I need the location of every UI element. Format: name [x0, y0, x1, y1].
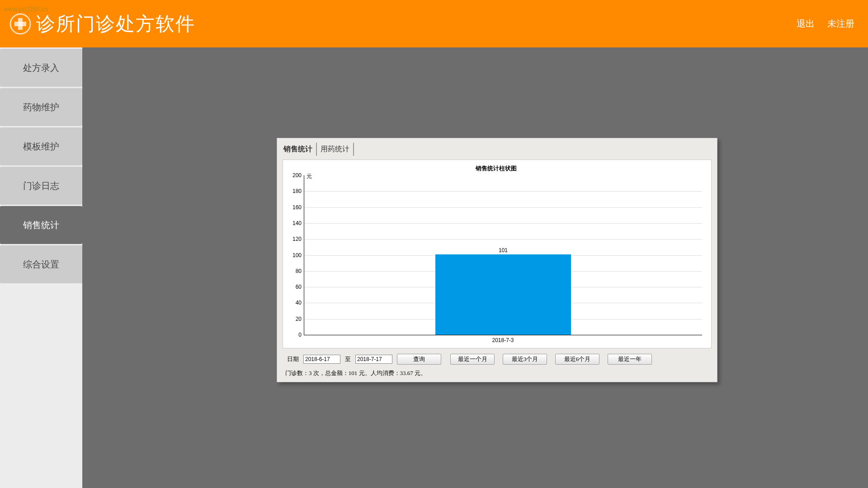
sidebar-item-3[interactable]: 门诊日志: [0, 167, 82, 205]
y-tick-label: 180: [292, 188, 304, 194]
app-title: 诊所门诊处方软件: [36, 11, 195, 37]
bar-value-label: 101: [499, 247, 508, 253]
sidebar-item-1[interactable]: 药物维护: [0, 88, 82, 126]
app-logo-icon: [9, 13, 32, 35]
gridline: [304, 191, 702, 192]
panel-tabs: 销售统计用药统计: [283, 143, 712, 156]
date-from-input[interactable]: [303, 355, 340, 364]
controls-row: 日期 至 查询 最近一个月最近3个月最近6个月最近一年: [283, 348, 712, 367]
header-right: 退出 未注册: [797, 18, 854, 30]
date-separator: 至: [345, 355, 351, 363]
y-tick-label: 200: [292, 172, 304, 178]
y-tick-label: 100: [292, 252, 304, 258]
chart-area: 元 020406080100120140160180200101 2018-7-…: [304, 175, 702, 343]
sidebar-item-2[interactable]: 模板维护: [0, 127, 82, 165]
sidebar-item-0[interactable]: 处方录入: [0, 49, 82, 87]
register-link[interactable]: 未注册: [827, 18, 854, 30]
x-tick-label: 2018-7-3: [492, 337, 514, 343]
chart-title: 销售统计柱状图: [286, 163, 707, 175]
y-tick-label: 60: [296, 284, 304, 290]
chart-container: 销售统计柱状图 元 020406080100120140160180200101…: [283, 160, 712, 348]
stats-panel: 销售统计用药统计 销售统计柱状图 元 020406080100120140160…: [277, 138, 717, 382]
header-left: 诊所门诊处方软件: [9, 11, 195, 37]
gridline: [304, 207, 702, 208]
y-tick-label: 120: [292, 236, 304, 242]
summary-text: 门诊数：3 次，总金额：101 元。人均消费：33.67 元。: [283, 367, 712, 378]
header-bar: 诊所门诊处方软件 退出 未注册: [0, 0, 868, 47]
chart-bar: 101: [435, 254, 571, 335]
y-tick-label: 160: [292, 204, 304, 211]
sidebar-item-5[interactable]: 综合设置: [0, 245, 82, 283]
tab-0[interactable]: 销售统计: [283, 143, 317, 156]
date-to-input[interactable]: [355, 355, 392, 364]
y-tick-label: 40: [296, 300, 304, 306]
chart-plot: 020406080100120140160180200101: [304, 175, 702, 335]
range-button-1[interactable]: 最近3个月: [503, 354, 547, 365]
sidebar: 处方录入药物维护模板维护门诊日志销售统计综合设置: [0, 47, 82, 488]
date-label: 日期: [287, 355, 299, 363]
query-button[interactable]: 查询: [397, 354, 441, 365]
range-button-3[interactable]: 最近一年: [608, 354, 652, 365]
y-tick-label: 80: [296, 268, 304, 274]
sidebar-item-4[interactable]: 销售统计: [0, 206, 82, 244]
content-area: 销售统计用药统计 销售统计柱状图 元 020406080100120140160…: [82, 47, 868, 488]
range-button-2[interactable]: 最近6个月: [555, 354, 599, 365]
gridline: [304, 239, 702, 239]
y-tick-label: 140: [292, 220, 304, 226]
tab-1[interactable]: 用药统计: [317, 143, 354, 156]
exit-link[interactable]: 退出: [797, 18, 815, 30]
range-button-0[interactable]: 最近一个月: [450, 354, 495, 365]
y-tick-label: 20: [296, 316, 304, 322]
y-tick-label: 0: [298, 332, 304, 338]
gridline: [304, 223, 702, 224]
svg-rect-2: [14, 22, 26, 26]
